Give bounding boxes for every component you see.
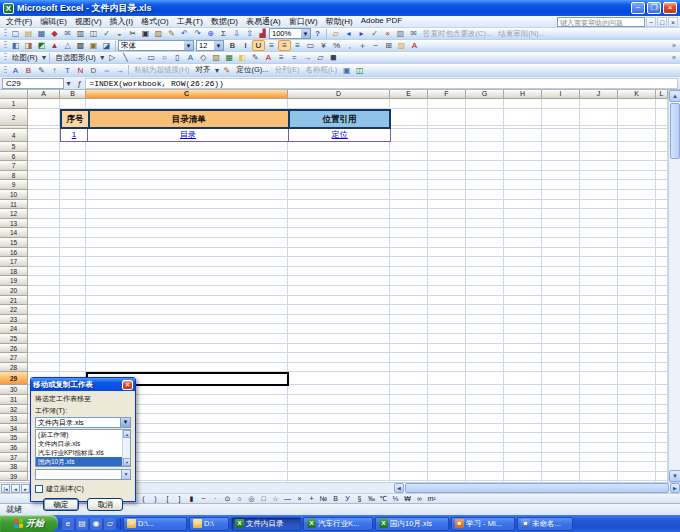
close-icon[interactable]: × [663,2,677,14]
permission-icon[interactable]: ◆ [48,28,61,39]
undo-icon[interactable]: ↶ [178,28,191,39]
underline-icon[interactable]: U [252,40,265,51]
select-all-corner[interactable] [0,90,28,99]
row-header-20[interactable]: 20 [0,286,28,296]
picture-icon[interactable]: ▦ [223,52,236,63]
row-header-28[interactable]: 28 [0,363,28,373]
autoshapes-menu-button[interactable]: 自选图形(U) [52,53,98,63]
ok-button[interactable]: 确定 [43,498,79,511]
italic-icon[interactable]: I [239,40,252,51]
symbol-button[interactable]: ⊙ [222,494,234,503]
row-header-21[interactable]: 21 [0,296,28,306]
horizontal-scrollbar[interactable]: ◀ ▶ [394,483,680,493]
formula-input[interactable]: =INDEX(workbook, ROW(26:26)) [85,78,678,89]
menu-item[interactable]: 窗口(W) [285,16,322,27]
row-header-22[interactable]: 22 [0,305,28,315]
line-style-icon[interactable]: ≡ [275,52,288,63]
email-icon[interactable]: ✉ [61,28,74,39]
horizontal-scroll-thumb[interactable] [405,483,669,493]
symbol-button[interactable]: — [282,494,294,503]
symbol-button[interactable]: ₩ [402,494,414,503]
tab-scroll-icon[interactable]: |◂ [1,484,10,493]
column-header-K[interactable]: K [618,90,656,99]
new-workbook-icon[interactable]: ▢ [9,28,22,39]
line-color-icon[interactable]: ✎ [249,52,262,63]
checkbox-icon[interactable] [35,485,43,493]
chevron-down-icon[interactable]: ▼ [214,41,223,50]
accept-change-icon[interactable]: ✓ [368,28,381,39]
align-right-icon[interactable]: ≡ [291,40,304,51]
internet-explorer-icon[interactable]: e [62,518,74,530]
taskbar-button[interactable]: X汽车行业K... [303,517,373,531]
start-button[interactable]: 开始 [0,515,58,532]
workbook-minimize-icon[interactable]: − [646,17,656,27]
bold-icon[interactable]: B [226,40,239,51]
row-header-9[interactable]: 9 [0,180,28,190]
media-player-icon[interactable]: ◉ [90,518,102,530]
row-header-27[interactable]: 27 [0,353,28,363]
row-header-5[interactable]: 5 [0,142,28,152]
vertical-scroll-thumb[interactable] [670,103,680,159]
custom-tool-icon[interactable]: ◪ [100,40,113,51]
row-header-31[interactable]: 31 [0,395,28,405]
format-painter-icon[interactable]: ✎ [165,28,178,39]
toolbar-options-icon[interactable]: » [670,40,678,51]
dialog-title-bar[interactable]: 移动或复制工作表 × [31,378,135,391]
arrow-style-icon[interactable]: → [301,52,314,63]
workbook-close-icon[interactable]: × [668,17,678,27]
cancel-button[interactable]: 取消 [87,498,123,511]
symbol-button[interactable]: В [330,494,342,503]
fill-color-icon[interactable]: ◧ [236,52,249,63]
align-menu-button[interactable]: 对齐 [192,65,213,75]
symbol-button[interactable]: ) [150,494,162,503]
row-header-25[interactable]: 25 [0,334,28,344]
3d-style-icon[interactable]: ◼ [327,52,340,63]
help-question-input[interactable]: 键入需要帮助的问题 [557,17,645,27]
menu-item[interactable]: 插入(I) [106,16,138,27]
custom-addin-icon[interactable]: ◫ [353,65,366,76]
symbol-button[interactable]: [ [162,494,174,503]
chart-wizard-icon[interactable]: ▟ [256,28,269,39]
row-header-39[interactable]: 39 [0,472,28,482]
menu-item[interactable]: 表易通(A) [242,16,285,27]
workbook-list-item[interactable]: 文件内目录.xls [36,439,122,448]
symbol-button[interactable]: № [318,494,330,503]
column-header-J[interactable]: J [580,90,618,99]
row-header-23[interactable]: 23 [0,315,28,325]
diagram-icon[interactable]: ◇ [197,52,210,63]
scroll-left-icon[interactable]: ◀ [394,483,404,493]
line-icon[interactable]: ╲ [119,52,132,63]
scroll-down-icon[interactable]: ▼ [121,470,130,479]
zoom-combobox[interactable]: 100% ▼ [269,28,311,39]
end-review-button[interactable]: 结束审阅(N)... [495,29,548,39]
show-desktop-icon[interactable]: ▤ [76,518,88,530]
textbox-icon[interactable]: ▯ [171,52,184,63]
symbol-button[interactable]: · [210,494,222,503]
taskbar-button[interactable]: ▱D:\... [123,517,187,531]
wordart-icon[interactable]: A [184,52,197,63]
symbol-button[interactable]: ☆ [270,494,282,503]
row-header-10[interactable]: 10 [0,190,28,200]
print-icon[interactable]: ▥ [74,28,87,39]
symbol-button[interactable]: ℃ [378,494,390,503]
increase-decimal-icon[interactable]: ＋ [356,40,369,51]
vertical-scrollbar[interactable]: ▲ ▼ [668,90,680,482]
row-header-8[interactable]: 8 [0,171,28,181]
symbol-button[interactable]: m² [426,494,438,503]
custom-addin-icon[interactable]: → [113,65,126,76]
workbook-list-item[interactable]: 国内10月.xls [36,457,122,466]
clipart-icon[interactable]: ▧ [210,52,223,63]
menu-item[interactable]: 工具(T) [173,16,207,27]
autosum-icon[interactable]: Σ [217,28,230,39]
reject-change-icon[interactable]: × [381,28,394,39]
arrow-icon[interactable]: → [132,52,145,63]
menu-item[interactable]: Adobe PDF [357,16,406,27]
addin-gray-button-2[interactable]: 名称框(L) [303,65,341,75]
row-header-12[interactable]: 12 [0,209,28,219]
custom-addin-icon[interactable]: A [9,65,22,76]
symbol-button[interactable]: ▮ [186,494,198,503]
hyperlink-cell[interactable]: 目录 [87,129,288,141]
row-header-38[interactable]: 38 [0,462,28,472]
workbook-combobox[interactable]: 文件内目录.xls ▼ [35,417,131,428]
column-header-B[interactable]: B [60,90,86,99]
